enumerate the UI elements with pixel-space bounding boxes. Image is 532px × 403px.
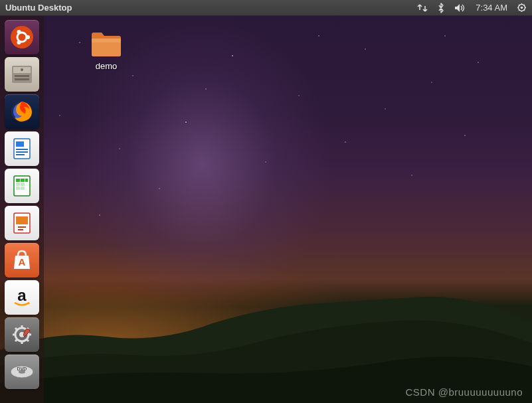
svg-rect-30 (18, 229, 23, 230)
svg-rect-16 (16, 149, 28, 150)
svg-rect-18 (16, 154, 25, 155)
svg-rect-9 (15, 75, 29, 77)
top-menu-bar: Ubuntu Desktop 7:34 AM (0, 0, 532, 16)
svg-point-6 (17, 40, 21, 44)
svg-rect-17 (16, 151, 28, 153)
writer-icon (8, 135, 36, 163)
svg-rect-10 (15, 78, 29, 80)
svg-rect-25 (16, 187, 20, 190)
dvd-disc-icon: DVD (8, 358, 36, 386)
svg-rect-21 (21, 179, 25, 182)
svg-text:a: a (17, 286, 27, 304)
shopping-bag-icon: A (8, 246, 36, 274)
watermark-text: CSDN @bruuuuuuuuuno (406, 386, 523, 398)
bluetooth-icon[interactable] (437, 3, 445, 13)
power-cog-icon[interactable] (517, 3, 527, 13)
svg-point-4 (26, 35, 30, 39)
svg-rect-20 (16, 179, 20, 182)
launcher-writer[interactable] (5, 131, 39, 166)
svg-text:A: A (19, 256, 26, 268)
launcher-disc[interactable]: DVD (5, 355, 39, 389)
launcher-amazon[interactable]: a (5, 280, 39, 315)
calc-icon (8, 172, 36, 200)
desktop-folder-demo[interactable]: demo (80, 29, 133, 71)
wallpaper-hills (0, 270, 532, 403)
svg-rect-26 (21, 187, 25, 190)
amazon-icon: a (8, 283, 36, 311)
settings-wrench-icon (8, 321, 36, 349)
network-icon[interactable] (417, 3, 428, 13)
launcher-firefox[interactable] (5, 94, 39, 129)
launcher-dash[interactable] (5, 20, 39, 54)
desktop-wallpaper[interactable]: demo CSDN @bruuuuuuuuuno (0, 16, 532, 403)
unity-launcher: A a DVD (0, 16, 44, 403)
volume-icon[interactable] (454, 3, 466, 13)
launcher-calc[interactable] (5, 169, 39, 203)
window-title: Ubuntu Desktop (5, 3, 72, 13)
svg-rect-24 (21, 183, 25, 186)
svg-point-11 (21, 68, 23, 71)
impress-icon (8, 209, 36, 237)
firefox-icon (8, 98, 36, 125)
svg-rect-22 (25, 179, 28, 182)
launcher-settings[interactable] (5, 317, 39, 352)
svg-rect-15 (16, 141, 24, 147)
svg-rect-23 (16, 183, 20, 186)
system-indicators: 7:34 AM (417, 3, 527, 13)
svg-rect-29 (18, 226, 26, 228)
launcher-files[interactable] (5, 57, 39, 92)
desktop-icon-label: demo (96, 61, 118, 71)
folder-icon (90, 29, 123, 58)
svg-text:DVD: DVD (17, 366, 27, 371)
launcher-impress[interactable] (5, 206, 39, 240)
launcher-software[interactable]: A (5, 243, 39, 278)
file-manager-icon (8, 60, 36, 88)
svg-rect-28 (16, 216, 28, 224)
svg-point-5 (17, 30, 21, 34)
ubuntu-logo-icon (8, 23, 36, 51)
clock[interactable]: 7:34 AM (476, 3, 507, 13)
svg-point-1 (521, 7, 523, 9)
